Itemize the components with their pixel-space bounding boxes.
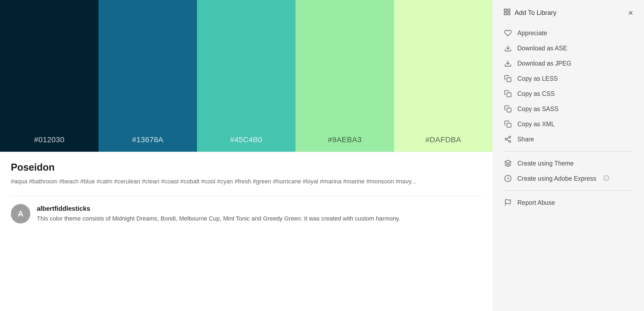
menu-item-copy-less[interactable]: Copy as LESS	[503, 71, 633, 86]
svg-point-10	[509, 136, 511, 138]
main-container: #012030 #13678A #45C4B0 #9AEBA3 #DAFDBA …	[0, 0, 644, 311]
info-panel: Poseidon #aqua #bathroom #beach #blue #c…	[0, 152, 492, 311]
theme-icon	[503, 160, 512, 167]
swatch-5[interactable]: #DAFDBA	[394, 0, 492, 152]
appreciate-label: Appreciate	[517, 30, 547, 37]
author-description: This color theme consists of Midnight Dr…	[37, 214, 400, 223]
create-express-label: Create using Adobe Express	[517, 175, 596, 182]
swatch-5-hex: #DAFDBA	[425, 135, 461, 144]
swatch-3-hex: #45C4B0	[230, 135, 262, 144]
add-to-library-label: Add To Library	[515, 9, 556, 17]
express-icon	[503, 175, 512, 182]
copy-less-icon	[503, 75, 512, 82]
copy-sass-icon	[503, 105, 512, 113]
sidebar-divider-2	[503, 190, 633, 191]
sidebar-divider-1	[503, 151, 633, 151]
download-jpeg-icon	[503, 60, 512, 67]
menu-item-appreciate[interactable]: Appreciate	[503, 25, 633, 41]
avatar: A	[11, 204, 30, 223]
svg-rect-3	[508, 12, 510, 15]
svg-rect-2	[504, 12, 507, 15]
menu-item-create-express[interactable]: Create using Adobe Express	[503, 171, 633, 186]
close-button[interactable]: ×	[628, 8, 633, 17]
download-ase-label: Download as ASE	[517, 45, 567, 52]
download-jpeg-label: Download as JPEG	[517, 60, 571, 67]
menu-item-share[interactable]: Share	[503, 132, 633, 147]
copy-css-icon	[503, 90, 512, 98]
express-info-icon	[603, 175, 609, 182]
copy-xml-label: Copy as XML	[517, 121, 555, 128]
swatch-2[interactable]: #13678A	[98, 0, 197, 152]
svg-rect-1	[508, 9, 510, 11]
palette-title: Poseidon	[11, 162, 482, 173]
share-label: Share	[517, 136, 534, 143]
menu-item-create-theme[interactable]: Create using Theme	[503, 156, 633, 171]
swatch-1-hex: #012030	[34, 135, 65, 144]
svg-point-11	[505, 138, 507, 140]
create-theme-label: Create using Theme	[517, 160, 574, 167]
swatch-4-hex: #9AEBA3	[328, 135, 362, 144]
download-ase-icon	[503, 44, 512, 52]
menu-item-copy-xml[interactable]: Copy as XML	[503, 116, 633, 132]
color-swatches: #012030 #13678A #45C4B0 #9AEBA3 #DAFDBA	[0, 0, 492, 152]
right-sidebar: Add To Library × Appreciate Downloa	[492, 0, 644, 311]
report-abuse-label: Report Abuse	[517, 199, 555, 206]
svg-rect-6	[507, 78, 511, 82]
menu-item-download-ase[interactable]: Download as ASE	[503, 41, 633, 56]
menu-item-report-abuse[interactable]: Report Abuse	[503, 195, 633, 210]
swatch-2-hex: #13678A	[132, 135, 163, 144]
svg-rect-0	[504, 9, 507, 11]
menu-item-copy-sass[interactable]: Copy as SASS	[503, 101, 633, 116]
palette-tags: #aqua #bathroom #beach #blue #calm #ceru…	[11, 177, 482, 186]
copy-less-label: Copy as LESS	[517, 75, 558, 82]
heart-icon	[503, 29, 512, 37]
library-icon	[503, 8, 511, 17]
add-to-library-button[interactable]: Add To Library	[503, 8, 556, 17]
swatch-1[interactable]: #012030	[0, 0, 98, 152]
svg-rect-7	[507, 93, 511, 97]
author-row: A albertfiddlesticks This color theme co…	[11, 204, 482, 223]
share-icon	[503, 135, 512, 143]
svg-rect-9	[507, 123, 511, 127]
left-panel: #012030 #13678A #45C4B0 #9AEBA3 #DAFDBA …	[0, 0, 492, 311]
swatch-4[interactable]: #9AEBA3	[295, 0, 394, 152]
author-name[interactable]: albertfiddlesticks	[37, 205, 400, 212]
svg-rect-8	[507, 108, 511, 112]
copy-xml-icon	[503, 120, 512, 128]
copy-sass-label: Copy as SASS	[517, 105, 558, 113]
copy-css-label: Copy as CSS	[517, 90, 555, 98]
menu-item-copy-css[interactable]: Copy as CSS	[503, 86, 633, 101]
svg-line-13	[507, 140, 509, 141]
menu-item-download-jpeg[interactable]: Download as JPEG	[503, 56, 633, 71]
flag-icon	[503, 199, 512, 206]
info-divider	[11, 196, 482, 196]
author-info: albertfiddlesticks This color theme cons…	[37, 205, 400, 223]
swatch-3[interactable]: #45C4B0	[197, 0, 295, 152]
svg-point-12	[509, 141, 511, 142]
svg-line-14	[507, 138, 509, 139]
sidebar-header: Add To Library ×	[503, 8, 633, 17]
